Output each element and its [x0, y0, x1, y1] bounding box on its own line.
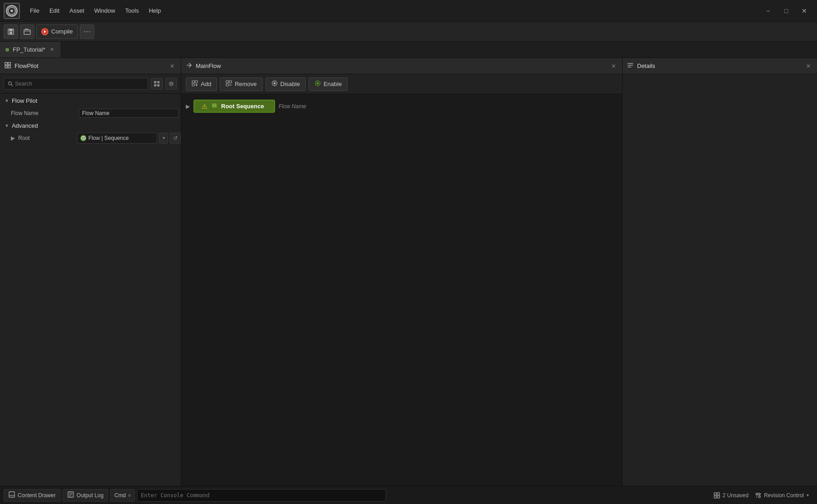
section-flow-pilot-label: Flow Pilot: [12, 97, 37, 104]
disable-button-label: Disable: [280, 81, 300, 87]
svg-line-21: [82, 138, 84, 139]
details-close-button[interactable]: ✕: [804, 62, 812, 70]
sequence-list-icon: [211, 102, 218, 110]
settings-button[interactable]: [165, 78, 177, 90]
svg-point-34: [316, 82, 319, 85]
svg-rect-8: [5, 62, 7, 65]
compile-button[interactable]: Compile: [36, 24, 78, 39]
enable-button-label: Enable: [324, 81, 342, 87]
cmd-dropdown[interactable]: Cmd ∨: [110, 489, 135, 502]
tab-fp-tutorial[interactable]: FP_Tutorial* ✕: [0, 42, 61, 58]
add-button-label: Add: [201, 81, 211, 87]
close-button[interactable]: ✕: [795, 3, 813, 19]
save-button[interactable]: [4, 24, 18, 39]
root-sequence-node-label: Root Sequence: [221, 103, 264, 110]
svg-line-13: [11, 85, 13, 86]
console-input[interactable]: [141, 492, 382, 499]
svg-rect-22: [192, 81, 194, 83]
more-options-button[interactable]: ⋯: [80, 24, 94, 39]
flowpilot-panel-header: FlowPilot ✕: [0, 58, 181, 74]
mainflow-close-button[interactable]: ✕: [609, 62, 618, 70]
revision-control-icon: [755, 492, 761, 499]
root-sequence-node[interactable]: ⚠ Root Sequence: [193, 100, 275, 113]
console-input-wrap[interactable]: [137, 489, 386, 502]
flow-expand-arrow[interactable]: ▶: [186, 103, 190, 110]
svg-rect-9: [8, 62, 10, 65]
svg-rect-3: [9, 29, 13, 31]
svg-line-20: [82, 137, 84, 138]
properties-area: ▼ Flow Pilot Flow Name ▼ Advanced ▶ Root: [0, 94, 181, 147]
svg-rect-44: [714, 493, 716, 495]
content-drawer-label: Content Drawer: [18, 492, 56, 499]
svg-rect-29: [226, 84, 228, 86]
remove-button[interactable]: Remove: [220, 77, 262, 91]
section-flow-pilot[interactable]: ▼ Flow Pilot: [0, 96, 181, 106]
menu-window[interactable]: Window: [90, 5, 120, 16]
svg-rect-45: [717, 493, 720, 495]
output-log-label: Output Log: [77, 492, 103, 499]
svg-rect-15: [157, 81, 160, 83]
add-button[interactable]: Add: [186, 77, 217, 91]
grid-view-button[interactable]: [151, 78, 163, 90]
minimize-button[interactable]: −: [759, 3, 777, 19]
tab-indicator: [5, 48, 9, 52]
search-bar: [0, 74, 181, 94]
flowpilot-close-button[interactable]: ✕: [168, 62, 176, 70]
prop-row-root: ▶ Root Flow | Sequence: [0, 131, 181, 145]
svg-point-48: [756, 493, 758, 495]
root-sequence-row: ▶ ⚠ Root Sequence Flow Name: [186, 99, 618, 114]
details-panel-icon: [627, 62, 633, 70]
svg-rect-46: [714, 496, 716, 498]
tab-close-button[interactable]: ✕: [49, 47, 55, 53]
menu-file[interactable]: File: [25, 5, 44, 16]
prop-flow-name-value-wrap[interactable]: [77, 109, 181, 118]
enable-button[interactable]: Enable: [309, 77, 348, 91]
prop-root-dropdown[interactable]: Flow | Sequence: [77, 133, 157, 144]
search-input-wrap[interactable]: [4, 78, 148, 90]
svg-point-19: [82, 136, 85, 140]
section-advanced-label: Advanced: [12, 122, 38, 129]
revision-control-button[interactable]: Revision Control ▾: [750, 490, 813, 500]
mainflow-panel-title: MainFlow: [196, 62, 606, 69]
menu-edit[interactable]: Edit: [45, 5, 64, 16]
svg-point-50: [759, 493, 760, 495]
mainflow-panel-header: MainFlow ✕: [181, 58, 622, 74]
disable-icon: [271, 80, 278, 88]
flow-name-placeholder-label: Flow Name: [279, 103, 306, 110]
sequence-icon: [80, 135, 87, 141]
maximize-button[interactable]: □: [777, 3, 795, 19]
content-drawer-button[interactable]: Content Drawer: [4, 489, 61, 502]
svg-point-1: [10, 10, 13, 12]
warning-icon: ⚠: [202, 103, 208, 110]
flow-toolbar: Add Remove: [181, 74, 622, 94]
menu-help[interactable]: Help: [144, 5, 165, 16]
search-input[interactable]: [15, 81, 144, 87]
open-button[interactable]: [20, 24, 34, 39]
output-log-button[interactable]: Output Log: [63, 489, 108, 502]
prop-flow-name-input[interactable]: [79, 109, 179, 118]
status-bar: Content Drawer Output Log Cmd ∨ 2 Unsave…: [0, 486, 817, 504]
remove-button-label: Remove: [235, 81, 256, 87]
menu-asset[interactable]: Asset: [65, 5, 89, 16]
flowpilot-panel-icon: [5, 62, 11, 70]
section-flow-pilot-arrow: ▼: [5, 98, 9, 103]
compile-label: Compile: [51, 28, 73, 35]
cmd-arrow-icon: ∨: [128, 493, 131, 498]
svg-point-32: [273, 82, 276, 85]
prop-root-reset-button[interactable]: ↺: [170, 133, 181, 144]
flow-content: ▶ ⚠ Root Sequence Flow Name: [181, 94, 622, 486]
svg-point-12: [9, 82, 12, 85]
section-advanced[interactable]: ▼ Advanced: [0, 120, 181, 131]
menu-tools[interactable]: Tools: [121, 5, 143, 16]
ue-logo-icon: [6, 5, 18, 17]
disable-button[interactable]: Disable: [266, 77, 306, 91]
content-drawer-icon: [9, 491, 15, 499]
unsaved-count-label: 2 Unsaved: [723, 492, 749, 499]
prop-root-dropdown-arrow[interactable]: ▾: [159, 133, 168, 144]
svg-rect-24: [192, 84, 194, 86]
main-area: FlowPilot ✕: [0, 58, 817, 486]
search-icon: [8, 81, 13, 86]
details-panel-header: Details ✕: [623, 58, 817, 74]
tab-label: FP_Tutorial*: [13, 46, 45, 53]
mainflow-panel-icon: [186, 62, 192, 70]
